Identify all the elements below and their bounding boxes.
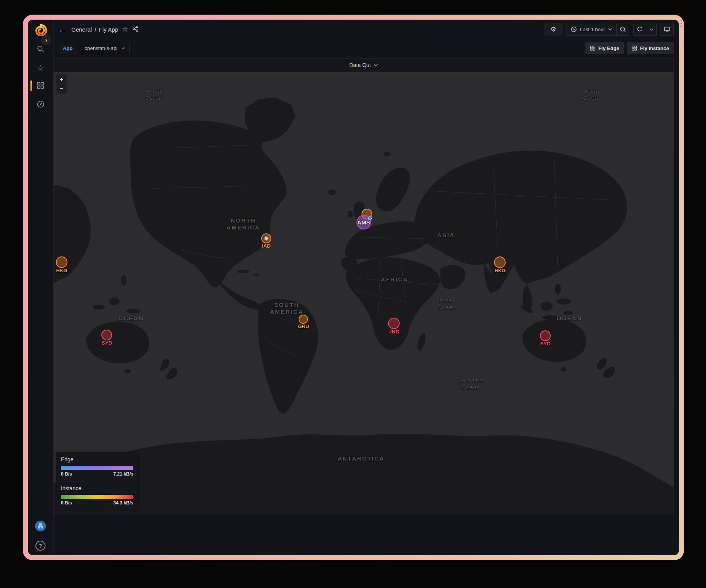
world-map-svg — [54, 72, 674, 514]
legend-section-instance: Instance 0 B/s 34.3 kB/s — [61, 485, 133, 506]
legend-gradient-bar — [61, 466, 133, 470]
variable-value: openstatus-api — [84, 45, 117, 51]
zoom-in-button[interactable]: + — [57, 75, 66, 84]
grafana-window: ☆ ? — [28, 20, 679, 555]
sidebar: ☆ ? — [28, 20, 54, 555]
map-zoom-control: + − — [57, 75, 66, 93]
map-marker-label: HKG — [494, 268, 506, 273]
grafana-logo[interactable] — [28, 23, 53, 37]
geomap-panel: Data Out — [53, 58, 674, 514]
explore-compass-icon[interactable] — [28, 100, 53, 108]
map-label-africa: AFRICA — [381, 276, 408, 283]
legend-title: Instance — [61, 485, 133, 491]
panel-menu-chevron-icon[interactable] — [374, 64, 378, 67]
breadcrumb-page: Fly App — [99, 26, 118, 33]
fly-edge-button[interactable]: Fly Edge — [585, 42, 624, 54]
map-marker-label: IAD — [262, 243, 271, 249]
settings-gear-icon[interactable]: ⚙ — [544, 23, 563, 35]
world-map[interactable]: ArcticOceanArcticOceanNORTHAMERICAASIAAF… — [54, 72, 674, 514]
map-marker-label: JNB — [389, 329, 399, 335]
map-marker-label: AMS — [357, 219, 370, 225]
fly-instance-button[interactable]: Fly Instance — [627, 42, 674, 54]
dashboard-submenu: App openstatus-api Fly Edge Fly Instance — [53, 39, 679, 57]
map-label-ocean-west: OCEAN — [118, 315, 144, 322]
legend-divider — [56, 481, 138, 481]
refresh-icon[interactable] — [634, 23, 646, 35]
map-label-south-america: SOUTHAMERICA — [270, 302, 304, 315]
map-marker-label: GRU — [298, 323, 309, 329]
fly-instance-label: Fly Instance — [640, 45, 669, 51]
legend-min: 0 B/s — [61, 471, 72, 477]
map-label-indian-ocean: IndianOcean — [437, 297, 456, 311]
window-edge-dots — [681, 20, 682, 21]
panel-title[interactable]: Data Out — [349, 62, 371, 68]
panel-header[interactable]: Data Out — [54, 59, 674, 72]
window-frame: ☆ ? — [23, 15, 684, 560]
map-legend: Edge 0 B/s 7.21 kB/s Instance 0 B/s — [56, 452, 138, 510]
map-label-antarctica: ANTARCTICA — [338, 455, 385, 462]
active-item-accent — [30, 80, 32, 91]
variable-value-dropdown[interactable]: openstatus-api — [80, 42, 129, 54]
map-label-north-america: NORTHAMERICA — [227, 217, 261, 231]
expand-sidebar-icon[interactable]: › — [41, 35, 51, 45]
legend-min: 0 B/s — [61, 500, 72, 506]
help-question-mark: ? — [39, 543, 42, 549]
top-navigation: ← General / Fly App ☆ ⚙ Last 1 hour — [53, 20, 679, 39]
chevron-down-icon — [608, 28, 612, 31]
user-avatar[interactable] — [28, 521, 53, 531]
map-marker-label: HKG — [56, 268, 67, 273]
clock-icon — [571, 26, 577, 32]
map-label-arctic-ocean-east: ArcticOcean — [583, 87, 602, 101]
fly-edge-label: Fly Edge — [598, 45, 619, 51]
breadcrumb[interactable]: General / Fly App — [71, 26, 118, 33]
refresh-group — [633, 23, 657, 36]
map-label-arctic-ocean-west: ArcticOcean — [145, 87, 164, 101]
grid-icon — [632, 45, 637, 51]
time-range-label: Last 1 hour — [580, 27, 605, 32]
map-marker-label: SYD — [540, 341, 551, 347]
legend-title: Edge — [61, 456, 133, 462]
map-label-ocean-east: OCEAN — [556, 315, 582, 322]
grid-icon — [590, 45, 595, 51]
zoom-out-button[interactable]: − — [57, 84, 66, 93]
map-label-asia: ASIA — [437, 232, 455, 239]
legend-gradient-bar — [61, 495, 133, 499]
kiosk-monitor-icon[interactable] — [661, 23, 673, 35]
breadcrumb-section[interactable]: General — [71, 26, 92, 33]
share-icon[interactable] — [132, 25, 139, 33]
zoom-out-magnifier-icon[interactable] — [617, 23, 629, 35]
window-edge-dots — [681, 23, 682, 24]
legend-max: 7.21 kB/s — [113, 471, 133, 477]
breadcrumb-separator: / — [94, 26, 96, 33]
search-icon[interactable] — [28, 45, 53, 53]
time-range-picker[interactable]: Last 1 hour — [567, 23, 616, 35]
time-picker-group: Last 1 hour — [566, 23, 629, 36]
map-label-southern-ocean: SouthernOcean — [457, 377, 484, 391]
map-marker-label: SYD — [102, 340, 112, 346]
favorite-star-icon[interactable]: ☆ — [122, 26, 128, 33]
variable-label: App — [59, 42, 77, 54]
window-edge-dots — [681, 26, 682, 27]
star-icon[interactable]: ☆ — [28, 64, 53, 73]
legend-section-edge: Edge 0 B/s 7.21 kB/s — [61, 456, 133, 477]
chevron-down-icon — [121, 47, 125, 50]
refresh-interval-chevron-icon[interactable] — [646, 23, 656, 35]
kiosk-group — [661, 23, 674, 36]
legend-max: 34.3 kB/s — [113, 500, 133, 506]
help-icon[interactable]: ? — [28, 541, 53, 551]
back-arrow-icon[interactable]: ← — [59, 25, 67, 34]
